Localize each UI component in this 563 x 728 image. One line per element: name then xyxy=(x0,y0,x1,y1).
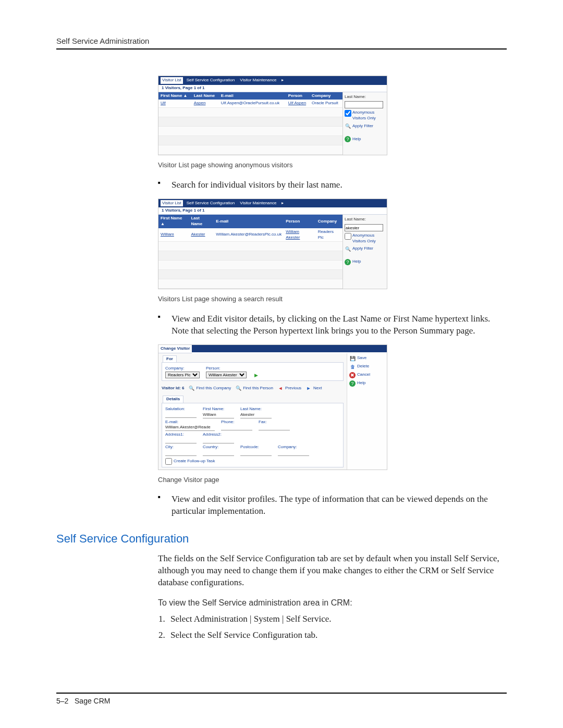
page-header: Self Service Administration xyxy=(56,36,507,50)
help-icon: ? xyxy=(345,259,351,265)
change-visitor-screenshot: Change Visitor For Company: Readers Plc xyxy=(158,344,387,470)
delete-icon: 🗑 xyxy=(349,364,356,370)
flag-icon[interactable]: ▶ xyxy=(253,372,259,378)
visitor-grid: First Name ▲ Last Name E-mail Person Com… xyxy=(158,92,342,155)
tab-visitor-list[interactable]: Visitor List xyxy=(161,77,183,84)
cancel-button[interactable]: ✖Cancel xyxy=(349,372,385,378)
cell-company: Oracle Pursuit xyxy=(310,100,342,107)
col-last-name[interactable]: Last Name xyxy=(189,215,214,228)
change-visitor-caption: Change Visitor page xyxy=(158,475,507,485)
delete-button[interactable]: 🗑Delete xyxy=(349,364,385,370)
followup-checkbox[interactable] xyxy=(165,458,172,465)
col-email[interactable]: E-mail xyxy=(214,215,284,228)
save-button[interactable]: 💾Save xyxy=(349,355,385,362)
help-button[interactable]: ?Help xyxy=(349,380,385,387)
visitor-id-value: 6 xyxy=(182,386,184,390)
person-select[interactable]: William Akester xyxy=(206,372,247,378)
col-first-name[interactable]: First Name ▲ xyxy=(158,215,189,228)
cell-first-name[interactable]: Ulf xyxy=(158,100,192,107)
find-person-button[interactable]: 🔍Find this Person xyxy=(235,385,273,391)
step-1: Select Administration | System | Self Se… xyxy=(167,613,507,625)
visitor-id-label: Visitor Id: xyxy=(162,386,181,390)
anonymous-only-checkbox[interactable] xyxy=(345,233,351,240)
visitor-grid: First Name ▲ Last Name E-mail Person Com… xyxy=(158,215,342,289)
magnifier-icon: 🔍 xyxy=(345,123,351,129)
col-email[interactable]: E-mail xyxy=(219,92,286,100)
find-company-button[interactable]: 🔍Find this Company xyxy=(188,385,231,391)
anonymous-only-label: Anonymous Visitors Only xyxy=(352,233,385,244)
previous-icon: ◄ xyxy=(277,385,284,391)
company-select[interactable]: Readers Plc xyxy=(165,372,200,378)
page-number: 5–2 xyxy=(56,697,68,705)
anonymous-only-label: Anonymous Visitors Only xyxy=(352,110,385,121)
email-field[interactable]: William.Akester@Reade xyxy=(165,425,215,431)
cell-last-name[interactable]: Akester xyxy=(189,228,214,242)
salutation-label: Salutation: xyxy=(165,406,197,412)
apply-filter-button[interactable]: 🔍 Apply Filter xyxy=(345,246,385,252)
company-field[interactable] xyxy=(278,450,309,456)
col-person[interactable]: Person xyxy=(286,92,310,100)
next-icon: ► xyxy=(305,385,312,391)
address2-field[interactable] xyxy=(203,438,234,443)
email-label: E-mail: xyxy=(165,419,215,425)
magnifier-icon: 🔍 xyxy=(188,385,194,391)
visitor-list-search-screenshot: Visitor List Self Service Configuration … xyxy=(158,199,387,290)
help-icon: ? xyxy=(349,380,356,387)
col-person[interactable]: Person xyxy=(284,215,316,228)
cell-email: William.Akester@ReadersPlc.co.uk xyxy=(214,228,284,242)
details-tab[interactable]: Details xyxy=(163,396,183,403)
company-label2: Company: xyxy=(278,445,309,450)
cell-last-name[interactable]: Aspen xyxy=(192,100,219,107)
cell-person[interactable]: Ulf Aspen xyxy=(286,100,310,107)
salutation-field[interactable] xyxy=(165,412,197,418)
country-field[interactable] xyxy=(203,450,234,456)
bullet-view-edit-profiles: View and edit visitor profiles. The type… xyxy=(158,493,507,517)
tab-visitor-maintenance[interactable]: Visitor Maintenance xyxy=(238,200,278,207)
last-name-filter-input[interactable] xyxy=(345,101,383,108)
change-visitor-title: Change Visitor xyxy=(158,345,192,353)
tab-more[interactable]: ▸ xyxy=(280,200,285,207)
last-name-filter-label: Last Name: xyxy=(345,94,385,100)
col-company[interactable]: Company xyxy=(316,215,342,228)
anonymous-only-checkbox[interactable] xyxy=(345,110,351,117)
followup-label: Create Follow-up Task xyxy=(174,459,215,464)
screenshot1-caption: Visitor List page showing anonymous visi… xyxy=(158,161,507,170)
for-tab[interactable]: For xyxy=(163,355,177,363)
cell-company: Readers Plc xyxy=(316,228,342,242)
help-icon: ? xyxy=(345,136,351,142)
city-field[interactable] xyxy=(165,450,197,456)
next-button[interactable]: ►Next xyxy=(305,385,322,391)
fax-field[interactable] xyxy=(259,425,290,430)
last-name-filter-label: Last Name: xyxy=(345,217,385,223)
magnifier-icon: 🔍 xyxy=(345,246,351,252)
last-name-filter-input[interactable] xyxy=(345,224,383,231)
apply-filter-button[interactable]: 🔍 Apply Filter xyxy=(345,123,385,129)
first-name-field[interactable]: William xyxy=(203,412,234,418)
cell-first-name[interactable]: William xyxy=(158,228,189,242)
tab-visitor-list[interactable]: Visitor List xyxy=(161,200,183,207)
phone-field[interactable] xyxy=(221,425,252,430)
address1-field[interactable] xyxy=(165,438,197,443)
col-company[interactable]: Company xyxy=(310,92,342,100)
col-last-name[interactable]: Last Name xyxy=(192,92,219,100)
help-button[interactable]: ? Help xyxy=(345,136,385,142)
page-footer: 5–2 Sage CRM xyxy=(56,693,507,705)
previous-button[interactable]: ◄Previous xyxy=(277,385,301,391)
last-name-field[interactable]: Akester xyxy=(240,412,272,418)
col-first-name[interactable]: First Name ▲ xyxy=(158,92,192,100)
tab-visitor-maintenance[interactable]: Visitor Maintenance xyxy=(238,77,278,84)
section-heading-self-service-config: Self Service Configuration xyxy=(56,531,507,547)
section2-paragraph: The fields on the Self Service Configura… xyxy=(158,553,507,589)
tab-more[interactable]: ▸ xyxy=(280,77,285,84)
pager-label: 1 Visitors, Page 1 of 1 xyxy=(158,207,387,215)
cell-person[interactable]: William Akester xyxy=(284,228,316,242)
screenshot2-caption: Visitors List page showing a search resu… xyxy=(158,294,507,304)
pager-label: 1 Visitors, Page 1 of 1 xyxy=(158,85,387,92)
step-2: Select the Self Service Configuration ta… xyxy=(167,630,507,641)
postcode-field[interactable] xyxy=(240,450,272,456)
first-name-label: First Name: xyxy=(203,406,234,412)
tab-self-service-config[interactable]: Self Service Configuration xyxy=(185,77,237,84)
help-button[interactable]: ? Help xyxy=(345,259,385,265)
country-label: Country: xyxy=(203,445,234,450)
tab-self-service-config[interactable]: Self Service Configuration xyxy=(185,200,237,207)
